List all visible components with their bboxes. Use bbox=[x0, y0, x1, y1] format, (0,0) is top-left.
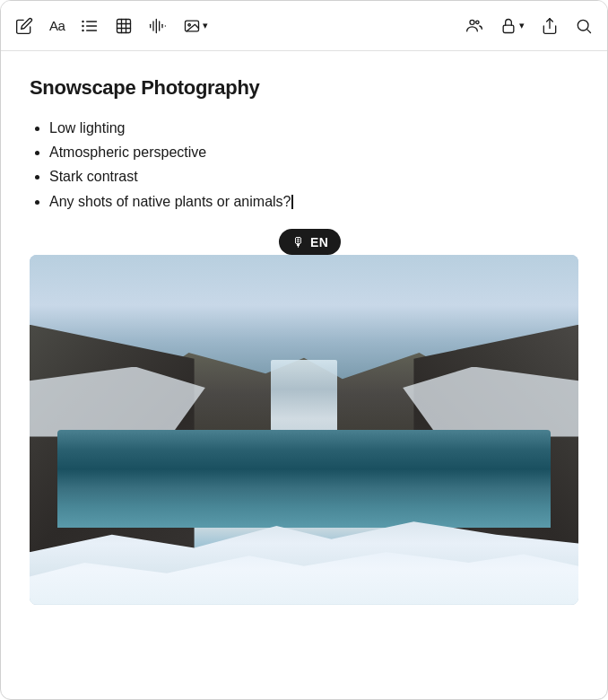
svg-point-3 bbox=[83, 20, 85, 22]
voice-input-indicator[interactable]: 🎙 EN bbox=[279, 229, 341, 255]
audio-icon[interactable] bbox=[149, 17, 167, 35]
svg-rect-21 bbox=[503, 25, 514, 32]
bullet-list: Low lighting Atmospheric perspective Sta… bbox=[30, 116, 578, 214]
document-title: Snowscape Photography bbox=[30, 76, 578, 100]
language-label: EN bbox=[310, 235, 328, 249]
document-content: Snowscape Photography Low lighting Atmos… bbox=[1, 51, 607, 239]
image-icon[interactable]: ▾ bbox=[183, 17, 208, 35]
collab-icon[interactable] bbox=[465, 17, 483, 35]
svg-point-19 bbox=[470, 20, 474, 24]
edit-icon[interactable] bbox=[15, 17, 33, 35]
font-icon[interactable]: Aa bbox=[49, 18, 65, 33]
search-icon[interactable] bbox=[575, 17, 593, 35]
list-item: Low lighting bbox=[49, 116, 578, 140]
list-item: Stark contrast bbox=[49, 164, 578, 188]
list-item: Atmospheric perspective bbox=[49, 140, 578, 164]
svg-point-4 bbox=[83, 24, 85, 27]
lock-icon[interactable]: ▾ bbox=[499, 17, 525, 35]
svg-line-24 bbox=[587, 29, 591, 32]
water-river bbox=[57, 430, 552, 528]
share-icon[interactable] bbox=[541, 17, 559, 35]
microphone-icon: 🎙 bbox=[291, 234, 305, 249]
svg-point-20 bbox=[476, 21, 479, 23]
toolbar: Aa ▾ ▾ bbox=[1, 1, 607, 51]
svg-rect-6 bbox=[117, 19, 131, 32]
svg-point-5 bbox=[83, 29, 85, 31]
document-image bbox=[30, 255, 578, 605]
list-item: Any shots of native plants or animals? bbox=[49, 189, 578, 214]
table-icon[interactable] bbox=[115, 17, 133, 35]
svg-point-18 bbox=[188, 23, 191, 26]
photo-inner bbox=[30, 255, 578, 605]
toolbar-right: ▾ bbox=[465, 17, 593, 35]
list-format-icon[interactable] bbox=[81, 17, 99, 35]
svg-point-23 bbox=[578, 20, 588, 31]
